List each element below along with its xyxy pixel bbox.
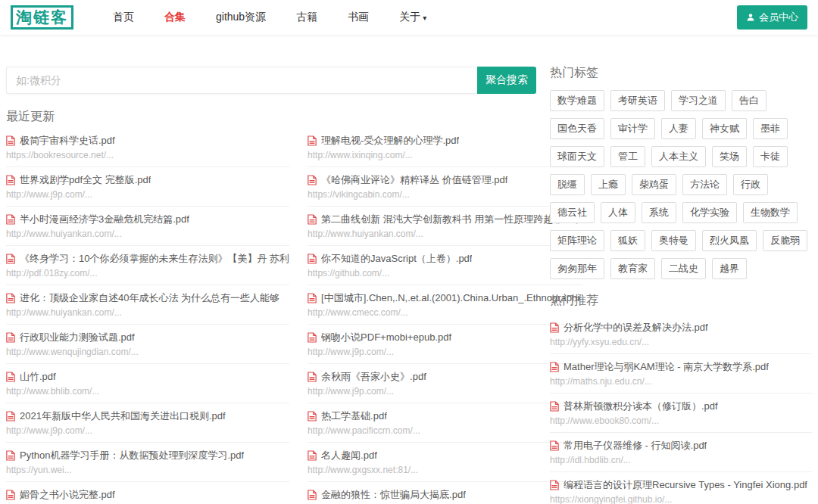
- tag-link[interactable]: 德云社: [550, 202, 595, 223]
- list-item: 《终身学习：10个你必须掌握的未来生存法则》【美】丹 苏利 http://pdf…: [6, 246, 289, 285]
- pdf-link[interactable]: 名人趣闻.pdf: [308, 450, 582, 462]
- pdf-link[interactable]: 金融的狼性：惊世骗局大揭底.pdf: [308, 489, 582, 501]
- nav-item-about[interactable]: 关于▾: [399, 11, 426, 24]
- member-center-button[interactable]: 会员中心: [737, 5, 807, 30]
- tag-link[interactable]: 奥特曼: [651, 230, 696, 251]
- list-item: [中国城市].Chen,.N,.et.al.(2001).China.Urban…: [308, 285, 582, 325]
- tag-link[interactable]: 脱缰: [550, 174, 585, 195]
- pdf-link[interactable]: 钢吻小说PDF+mobi+epub.pdf: [308, 331, 582, 344]
- search-input[interactable]: [6, 67, 477, 94]
- pdf-url: http://www.pacificcrn.com/...: [308, 425, 582, 436]
- pdf-link[interactable]: 分析化学中的误差及解决办法.pdf: [550, 322, 812, 334]
- pdf-file-icon: [6, 293, 15, 303]
- tag-link[interactable]: 柴鸡蛋: [632, 174, 676, 195]
- tag-link[interactable]: 二战史: [661, 258, 706, 279]
- tag-link[interactable]: 笑场: [712, 146, 747, 167]
- pdf-url: http://www.ixinqing.com/...: [308, 150, 582, 160]
- nav-item-ancient-books[interactable]: 古籍: [296, 11, 317, 24]
- tag-link[interactable]: 人妻: [661, 118, 696, 139]
- pdf-link[interactable]: 进化：顶级企业家自述40年成长心法 为什么总有一些人能够: [6, 292, 289, 304]
- nav-item-collections[interactable]: 合集: [164, 11, 186, 24]
- tag-link[interactable]: 考研英语: [610, 90, 665, 111]
- tag-link[interactable]: 生物数学: [743, 202, 798, 223]
- pdf-file-icon: [308, 293, 317, 303]
- pdf-link[interactable]: 热工学基础.pdf: [308, 410, 582, 422]
- main-nav: 首页 合集 github资源 古籍 书画 关于▾: [113, 11, 426, 24]
- pdf-url: http://maths.nju.edu.cn/...: [550, 376, 812, 387]
- pdf-link[interactable]: 普林斯顿微积分读本（修订版）.pdf: [550, 400, 812, 412]
- pdf-link[interactable]: 编程语言的设计原理Recursive Types - Yingfei Xiong…: [550, 479, 812, 491]
- tag-link[interactable]: 系统: [642, 202, 676, 223]
- pdf-title: 钢吻小说PDF+mobi+epub.pdf: [321, 331, 451, 344]
- pdf-file-icon: [6, 175, 15, 185]
- pdf-link[interactable]: 2021年新版中华人民共和国海关进出口税则.pdf: [6, 410, 289, 422]
- tag-link[interactable]: 矩阵理论: [550, 230, 604, 251]
- tag-link[interactable]: 学习之道: [671, 90, 726, 111]
- pdf-url: http://www.j9p.com/...: [6, 189, 289, 200]
- pdf-link[interactable]: 半小时漫画经济学3金融危机完结篇.pdf: [6, 213, 289, 226]
- pdf-title: 名人趣闻.pdf: [321, 450, 377, 462]
- tag-link[interactable]: 人本主义: [651, 146, 706, 167]
- tag-link[interactable]: 狐妖: [610, 230, 645, 251]
- pdf-link[interactable]: 行政职业能力测验试题.pdf: [6, 331, 289, 344]
- pdf-link[interactable]: 《终身学习：10个你必须掌握的未来生存法则》【美】丹 苏利: [6, 253, 289, 265]
- recent-updates-grid: 极简宇宙科学史话.pdf https://bookresource.net/..…: [6, 128, 536, 504]
- tag-link[interactable]: 卡徒: [753, 146, 788, 167]
- tag-link[interactable]: 匆匆那年: [550, 258, 604, 279]
- pdf-file-icon: [308, 372, 317, 382]
- tag-link[interactable]: 管工: [610, 146, 645, 167]
- aggregate-search-button[interactable]: 聚合搜索: [477, 67, 536, 94]
- list-item: 编程语言的设计原理Recursive Types - Yingfei Xiong…: [550, 472, 812, 504]
- tag-link[interactable]: 球面天文: [550, 146, 604, 167]
- pdf-title: 编程语言的设计原理Recursive Types - Yingfei Xiong…: [564, 479, 807, 491]
- pdf-link[interactable]: 山竹.pdf: [6, 371, 289, 383]
- tag-link[interactable]: 化学实验: [682, 202, 737, 223]
- pdf-title: 你不知道的JavaScript（上卷）.pdf: [321, 253, 472, 265]
- tag-link[interactable]: 上瘾: [591, 174, 626, 195]
- nav-item-home[interactable]: 首页: [113, 11, 134, 24]
- pdf-link[interactable]: Python机器学习手册：从数据预处理到深度学习.pdf: [6, 450, 289, 462]
- pdf-url: http://www.huiyankan.com/...: [6, 229, 289, 239]
- nav-item-github-resources[interactable]: github资源: [216, 11, 266, 24]
- pdf-link[interactable]: 第二曲线创新 混沌大学创新教科书 用第一性原理跨越非连续: [308, 213, 582, 226]
- pdf-file-icon: [6, 332, 15, 343]
- pdf-file-icon: [308, 254, 317, 264]
- pdf-file-icon: [6, 450, 15, 461]
- pdf-file-icon: [308, 411, 317, 422]
- pdf-link[interactable]: 余秋雨《吾家小史》.pdf: [308, 371, 582, 383]
- pdf-title: 进化：顶级企业家自述40年成长心法 为什么总有一些人能够: [20, 292, 279, 304]
- tag-link[interactable]: 告白: [732, 90, 766, 111]
- pdf-link[interactable]: [中国城市].Chen,.N,.et.al.(2001).China.Urban…: [308, 292, 582, 304]
- pdf-link[interactable]: 媚骨之书小说完整.pdf: [6, 489, 289, 501]
- pdf-link[interactable]: 理解电视-受众理解的心理学.pdf: [308, 135, 582, 147]
- pdf-file-icon: [308, 175, 317, 185]
- pdf-link[interactable]: 常用电子仪器维修 - 行知阅读.pdf: [550, 440, 812, 452]
- tag-link[interactable]: 反脆弱: [763, 230, 807, 251]
- pdf-title: 热工学基础.pdf: [321, 410, 387, 422]
- nav-item-calligraphy[interactable]: 书画: [348, 11, 369, 24]
- pdf-url: http://www.j9p.com/...: [6, 425, 289, 436]
- pdf-link[interactable]: 世界戏剧学pdf全文 完整版.pdf: [6, 174, 289, 186]
- user-icon: [746, 13, 755, 22]
- tag-link[interactable]: 数学难题: [550, 90, 604, 111]
- pdf-link[interactable]: 极简宇宙科学史话.pdf: [6, 135, 289, 147]
- tag-link[interactable]: 烈火凤凰: [702, 230, 757, 251]
- list-item: 极简宇宙科学史话.pdf https://bookresource.net/..…: [6, 128, 289, 167]
- tag-link[interactable]: 教育家: [610, 258, 655, 279]
- tag-link[interactable]: 人体: [601, 202, 635, 223]
- tag-link[interactable]: 越界: [712, 258, 747, 279]
- tag-link[interactable]: 国色天香: [550, 118, 604, 139]
- tag-link[interactable]: 审计学: [610, 118, 655, 139]
- tag-link[interactable]: 行政: [733, 174, 768, 195]
- top-navbar: 淘链客 首页 合集 github资源 古籍 书画 关于▾ 会员中心: [0, 0, 818, 35]
- tag-link[interactable]: 墨菲: [753, 118, 788, 139]
- pdf-link[interactable]: 你不知道的JavaScript（上卷）.pdf: [308, 253, 582, 265]
- pdf-file-icon: [308, 450, 317, 461]
- pdf-link[interactable]: 《哈佛商业评论》精粹译丛 价值链管理.pdf: [308, 174, 582, 186]
- pdf-title: [中国城市].Chen,.N,.et.al.(2001).China.Urban…: [321, 292, 579, 304]
- tag-link[interactable]: 方法论: [682, 174, 727, 195]
- tag-link[interactable]: 神女赋: [702, 118, 747, 139]
- site-logo[interactable]: 淘链客: [11, 5, 73, 30]
- pdf-link[interactable]: Mather理论与弱KAM理论 - 南京大学数学系.pdf: [550, 361, 812, 373]
- list-item: 《哈佛商业评论》精粹译丛 价值链管理.pdf https://vikingcab…: [308, 167, 582, 207]
